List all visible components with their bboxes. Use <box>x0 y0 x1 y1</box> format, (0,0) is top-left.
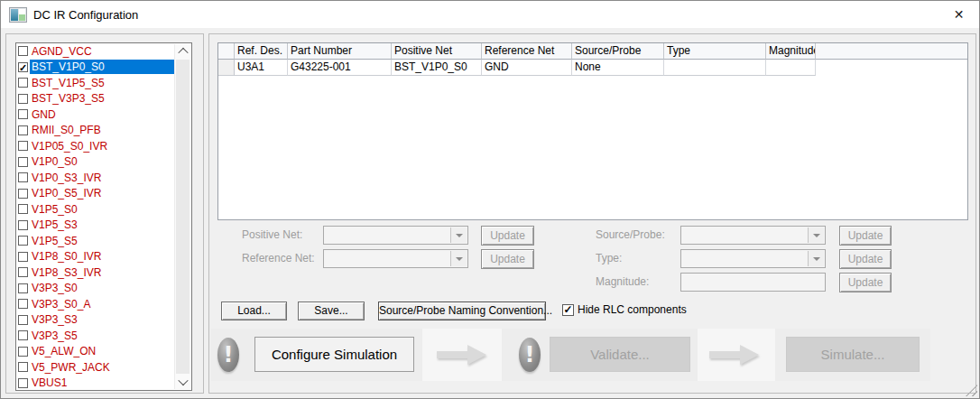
close-icon[interactable]: ✕ <box>938 1 979 28</box>
net-list-item[interactable]: V3P3_S0 <box>16 281 176 297</box>
net-label: V3P3_S0_A <box>30 297 176 311</box>
grid-cell[interactable] <box>664 60 766 76</box>
net-checkbox-unchecked[interactable] <box>18 330 28 340</box>
net-checkbox-unchecked[interactable] <box>18 46 28 56</box>
chevron-down-icon[interactable] <box>808 251 824 266</box>
net-checkbox-unchecked[interactable] <box>18 78 28 88</box>
chevron-down-icon[interactable] <box>808 227 824 243</box>
net-list-item[interactable]: V1P5_S5 <box>16 233 176 249</box>
source-probe-update-button[interactable]: Update <box>839 226 892 246</box>
grid-header-cell[interactable]: Ref. Des. <box>235 43 288 60</box>
net-list-item[interactable]: V5_ALW_ON <box>16 344 176 360</box>
net-list-item[interactable]: V1P5_S3 <box>16 218 176 234</box>
net-checkbox-unchecked[interactable] <box>18 236 28 246</box>
load-button[interactable]: Load... <box>221 302 287 320</box>
net-list-item[interactable]: V1P0_S3_IVR <box>16 170 176 186</box>
net-checkbox-unchecked[interactable] <box>18 362 28 372</box>
grid-cell[interactable]: U3A1 <box>235 60 288 76</box>
positive-net-combo[interactable] <box>323 226 468 245</box>
title-bar: DC IR Configuration ✕ <box>1 1 979 28</box>
type-update-button[interactable]: Update <box>839 249 892 269</box>
grid-corner-cell[interactable] <box>218 43 235 60</box>
net-checkbox-unchecked[interactable] <box>18 220 28 230</box>
reference-net-combo[interactable] <box>323 249 468 268</box>
magnitude-update-button[interactable]: Update <box>839 273 892 292</box>
net-checkbox-unchecked[interactable] <box>18 378 28 388</box>
scroll-up-icon[interactable] <box>175 44 190 59</box>
source-probe-combo[interactable] <box>680 226 826 245</box>
net-checkbox-unchecked[interactable] <box>18 252 28 262</box>
grid-cell[interactable] <box>766 60 816 76</box>
grid-header-cell[interactable]: Part Number <box>288 43 392 60</box>
magnitude-label: Magnitude: <box>596 273 649 292</box>
net-list-item[interactable]: V1P8_S0_IVR <box>16 249 176 265</box>
grid-header-cell[interactable]: Magnitude <box>766 43 816 60</box>
scrollbar-thumb[interactable] <box>176 60 190 374</box>
right-arrow-icon <box>437 344 487 366</box>
grid-header-cell[interactable]: Positive Net <box>392 43 482 60</box>
net-checkbox-unchecked[interactable] <box>18 109 28 119</box>
net-checkbox-unchecked[interactable] <box>18 141 28 151</box>
net-list-item[interactable]: ✓BST_V1P0_S0 <box>16 60 176 76</box>
save-button[interactable]: Save... <box>298 302 365 320</box>
reference-net-update-button[interactable]: Update <box>481 249 534 269</box>
net-list-item[interactable]: V1P8_S3_IVR <box>16 264 176 281</box>
net-checkbox-unchecked[interactable] <box>18 125 28 135</box>
net-list-item[interactable]: V3P3_S3 <box>16 312 176 329</box>
grid-header-cell[interactable]: Type <box>664 43 766 60</box>
net-checkbox-unchecked[interactable] <box>18 189 28 199</box>
net-checkbox-unchecked[interactable] <box>18 157 28 167</box>
grid-header-filler <box>816 43 967 60</box>
grid-cell[interactable]: BST_V1P0_S0 <box>392 60 482 76</box>
grid-header-cell[interactable]: Reference Net <box>482 43 572 60</box>
net-list-item[interactable]: V1P5_S0 <box>16 201 176 218</box>
net-list-item[interactable]: V3P3_S5 <box>16 328 176 344</box>
net-list[interactable]: AGND_VCC✓BST_V1P0_S0BST_V1P5_S5BST_V3P3_… <box>15 42 192 391</box>
net-list-item[interactable]: VBUS1 <box>16 376 176 392</box>
naming-convention-button[interactable]: Source/Probe Naming Convention... <box>378 302 546 320</box>
net-list-item[interactable]: BST_V3P3_S5 <box>16 91 176 107</box>
net-checkbox-unchecked[interactable] <box>18 315 28 325</box>
net-list-scrollbar[interactable] <box>174 44 190 389</box>
checkbox-check-icon[interactable]: ✓ <box>562 304 574 316</box>
net-checkbox-unchecked[interactable] <box>18 204 28 214</box>
net-checkbox-unchecked[interactable] <box>18 299 28 309</box>
net-label: V5_PWR_JACK <box>30 360 176 375</box>
net-list-item[interactable]: V1P05_S0_IVR <box>16 138 176 154</box>
grid-row[interactable]: U3A1G43225-001BST_V1P0_S0GNDNone <box>218 60 967 76</box>
configure-simulation-button[interactable]: Configure Simulation <box>254 337 414 372</box>
net-list-item[interactable]: V1P0_S0 <box>16 154 176 171</box>
net-checkbox-unchecked[interactable] <box>18 283 28 293</box>
grid-header-cell[interactable]: Source/Probe <box>572 43 664 60</box>
net-checkbox-unchecked[interactable] <box>18 347 28 357</box>
net-list-item[interactable]: BST_V1P5_S5 <box>16 75 176 91</box>
net-list-item[interactable]: GND <box>16 107 176 123</box>
net-label: GND <box>30 107 176 122</box>
validate-button[interactable]: Validate... <box>550 337 690 372</box>
grid-cell[interactable]: GND <box>482 60 572 76</box>
grid-row-header[interactable] <box>218 60 235 76</box>
grid-cell[interactable]: G43225-001 <box>288 60 392 76</box>
chevron-down-icon[interactable] <box>450 251 467 266</box>
scroll-down-icon[interactable] <box>175 375 190 389</box>
net-label: V1P0_S5_IVR <box>30 186 176 200</box>
magnitude-input[interactable] <box>680 273 826 292</box>
net-checkbox-unchecked[interactable] <box>18 267 28 277</box>
net-list-item[interactable]: V1P0_S5_IVR <box>16 186 176 202</box>
net-list-item[interactable]: AGND_VCC <box>16 43 176 60</box>
grid-cell[interactable]: None <box>572 60 664 76</box>
grid-cell-filler <box>816 60 967 76</box>
positive-net-update-button[interactable]: Update <box>481 226 534 246</box>
net-list-item[interactable]: V3P3_S0_A <box>16 296 176 312</box>
positive-net-label: Positive Net: <box>242 226 302 245</box>
chevron-down-icon[interactable] <box>450 227 467 243</box>
simulate-button[interactable]: Simulate... <box>786 337 920 372</box>
net-checkbox-unchecked[interactable] <box>18 172 28 182</box>
net-checkbox-checked[interactable]: ✓ <box>18 62 28 72</box>
net-list-item[interactable]: RMII_S0_PFB <box>16 123 176 139</box>
hide-rlc-checkbox[interactable]: ✓ Hide RLC components <box>562 303 687 316</box>
type-combo[interactable] <box>680 249 826 268</box>
net-list-item[interactable]: V5_PWR_JACK <box>16 359 176 376</box>
net-label: V3P3_S5 <box>30 329 176 343</box>
net-checkbox-unchecked[interactable] <box>18 94 28 104</box>
